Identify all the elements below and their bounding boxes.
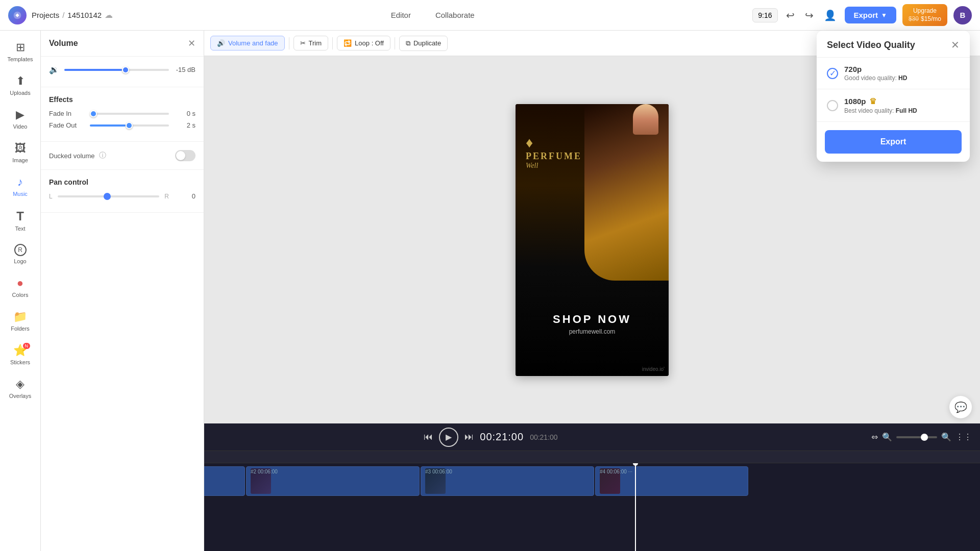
quality-720p-label: 720p — [844, 65, 862, 73]
quality-option-720p[interactable]: ✓ 720p Good video quality: HD — [817, 58, 970, 89]
export-action-button[interactable]: Export — [825, 130, 962, 154]
quality-1080p-info: 1080p ♛ Best video quality: Full HD — [844, 96, 960, 114]
quality-1080p-name: 1080p ♛ — [844, 96, 960, 106]
quality-panel-header: Select Video Quality ✕ — [817, 31, 970, 58]
quality-720p-name: 720p — [844, 65, 960, 73]
radio-720p[interactable]: ✓ — [827, 68, 838, 79]
crown-icon: ♛ — [869, 96, 876, 106]
quality-720p-desc: Good video quality: HD — [844, 74, 960, 82]
quality-panel: Select Video Quality ✕ ✓ 720p Good video… — [817, 31, 970, 162]
quality-panel-title: Select Video Quality — [827, 40, 915, 51]
quality-panel-close[interactable]: ✕ — [951, 39, 960, 51]
quality-1080p-desc: Best video quality: Full HD — [844, 107, 960, 114]
modal-overlay: Select Video Quality ✕ ✓ 720p Good video… — [0, 0, 980, 551]
radio-720p-check-icon: ✓ — [829, 68, 836, 78]
quality-1080p-label: 1080p — [844, 97, 866, 106]
quality-option-1080p[interactable]: 1080p ♛ Best video quality: Full HD — [817, 89, 970, 122]
quality-720p-info: 720p Good video quality: HD — [844, 65, 960, 82]
radio-1080p[interactable] — [827, 100, 838, 111]
